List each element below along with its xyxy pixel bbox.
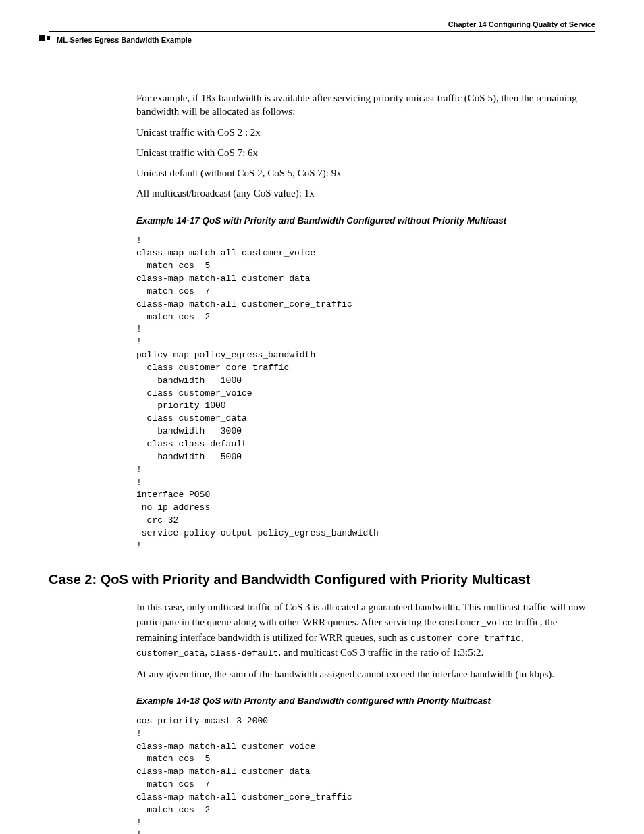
intro-bullet-4: All multicast/broadcast (any CoS value):… (136, 186, 595, 200)
case-2-heading: Case 2: QoS with Priority and Bandwidth … (49, 572, 595, 588)
page-content: For example, if 18x bandwidth is availab… (136, 91, 595, 834)
example-14-17-title: Example 14-17 QoS with Priority and Band… (136, 215, 595, 226)
intro-paragraph: For example, if 18x bandwidth is availab… (136, 91, 595, 119)
header-rule (49, 31, 595, 32)
intro-bullet-3: Unicast default (without CoS 2, CoS 5, C… (136, 166, 595, 180)
section-marker-icon (39, 35, 54, 42)
header-section: ML-Series Egress Bandwidth Example (57, 36, 595, 44)
intro-bullet-1: Unicast traffic with CoS 2 : 2x (136, 126, 595, 139)
code-inline: class-default (210, 648, 278, 658)
code-inline: customer_data (136, 648, 205, 658)
code-inline: customer_core_traffic (410, 633, 521, 644)
case-2-paragraph-1: In this case, only multicast traffic of … (136, 600, 595, 660)
example-14-18-code: cos priority-mcast 3 2000 ! class-map ma… (136, 715, 595, 834)
text: , (521, 632, 524, 643)
example-14-18-title: Example 14-18 QoS with Priority and Band… (136, 696, 595, 706)
code-inline: customer_voice (439, 618, 512, 628)
example-14-17-code: ! class-map match-all customer_voice mat… (136, 235, 595, 553)
case-2-paragraph-2: At any given time, the sum of the bandwi… (136, 667, 595, 681)
text: , (205, 647, 210, 658)
header-chapter: Chapter 14 Configuring Quality of Servic… (49, 20, 595, 28)
text: , and multicast CoS 3 traffic in the rat… (278, 647, 483, 658)
intro-bullet-2: Unicast traffic with CoS 7: 6x (136, 146, 595, 159)
